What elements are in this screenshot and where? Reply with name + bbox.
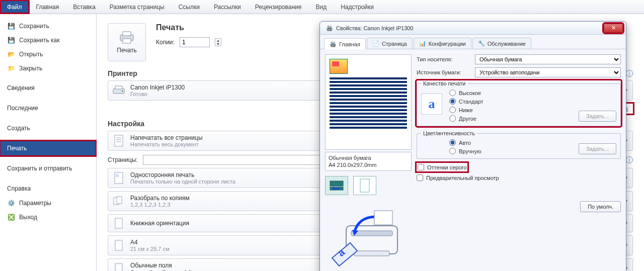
backstage-open[interactable]: 📂 Открыть: [0, 47, 96, 61]
ribbon-tab-review[interactable]: Рецензирование: [248, 0, 309, 14]
paper-info-box: Обычная бумага A4 210.0x297.0mm: [325, 152, 412, 171]
svg-rect-15: [115, 240, 122, 250]
thumb-page[interactable]: [353, 176, 376, 195]
printer-icon: [118, 31, 135, 45]
spinner-icon[interactable]: ▲▼: [215, 38, 221, 46]
setting-paper-t2: 21 см x 29,7 см: [130, 246, 170, 252]
dialog-tab-service[interactable]: 🔧Обслуживание: [472, 38, 531, 49]
info-icon[interactable]: i: [626, 156, 633, 163]
pages-icon: [112, 134, 125, 147]
defaults-button[interactable]: По умолч.: [580, 201, 621, 212]
ribbon-tab-mailings[interactable]: Рассылки: [207, 0, 248, 14]
backstage-open-label: Открыть: [19, 51, 43, 58]
dialog-title: 🖨️ Свойства: Canon Inkjet iP1300: [323, 25, 604, 31]
print-big-button[interactable]: Печать: [108, 23, 146, 61]
ribbon-tab-file[interactable]: Файл: [0, 0, 29, 14]
backstage-close-label: Закрыть: [19, 65, 42, 72]
save-icon: 💾: [7, 22, 15, 30]
svg-rect-11: [116, 174, 119, 177]
svg-rect-13: [117, 197, 122, 204]
exit-icon: ❎: [7, 213, 15, 221]
color-auto[interactable]: Авто: [449, 139, 481, 146]
printer-small-icon: [112, 84, 125, 97]
source-select[interactable]: Устройство автоподачи: [475, 67, 621, 77]
color-legend: Цвет/интенсивность: [421, 130, 477, 136]
setting-orientation-t1: Книжная ориентация: [130, 219, 189, 227]
close-icon: ✕: [611, 25, 616, 31]
dialog-preview-col: Обычная бумага A4 210.0x297.0mm a: [325, 54, 412, 270]
backstage-nav: 💾 Сохранить 💾 Сохранить как 📂 Открыть 📁 …: [0, 14, 97, 271]
quality-low[interactable]: Ниже: [449, 107, 484, 113]
save-as-icon: 💾: [7, 36, 15, 44]
dialog-tab-config[interactable]: 📊Конфигурации: [414, 38, 471, 49]
printer-illustration: a: [325, 200, 412, 270]
open-icon: 📂: [7, 50, 15, 58]
ribbon-tab-pagelayout[interactable]: Разметка страницы: [103, 0, 172, 14]
backstage-save-as[interactable]: 💾 Сохранить как: [0, 33, 96, 47]
pages-label: Страницы:: [108, 156, 138, 163]
backstage-close[interactable]: 📁 Закрыть: [0, 61, 96, 75]
backstage-options[interactable]: ⚙️ Параметры: [0, 196, 96, 210]
quality-other[interactable]: Другое: [449, 115, 484, 122]
info-icon[interactable]: i: [626, 70, 633, 77]
dialog-close-button[interactable]: ✕: [604, 24, 623, 33]
options-icon: ⚙️: [7, 199, 15, 207]
collate-icon: [112, 195, 125, 208]
quality-legend: Качество печати: [421, 80, 467, 86]
tab-page-icon: 📄: [372, 40, 379, 47]
backstage-help[interactable]: Справка: [0, 181, 96, 196]
setting-margins-t1: Обычные поля: [130, 262, 200, 269]
color-fieldset: Цвет/интенсивность Авто Вручную Задать..…: [417, 130, 621, 159]
page-thumb-icon: [359, 178, 370, 193]
dialog-tabs: 🖨️Главная 📄Страница 📊Конфигурации 🔧Обслу…: [320, 35, 626, 49]
ribbon-tab-addins[interactable]: Надстройки: [334, 0, 381, 14]
backstage-exit[interactable]: ❎ Выход: [0, 210, 96, 224]
margins-icon: [112, 262, 125, 271]
print-heading: Печать: [156, 23, 221, 32]
media-select[interactable]: Обычная бумага: [475, 54, 621, 64]
backstage-new[interactable]: Создать: [0, 121, 96, 136]
dialog-right-col: Тип носителя: Обычная бумага Источник бу…: [417, 54, 621, 270]
svg-rect-18: [330, 181, 343, 186]
copies-label: Копии:: [156, 39, 175, 46]
setting-sides-t2: Печатать только на одной стороне листа: [130, 178, 235, 185]
svg-point-5: [122, 91, 123, 92]
backstage-save-as-label: Сохранить как: [19, 37, 59, 44]
quality-set-button[interactable]: Задать...: [579, 111, 616, 122]
setting-sides-t1: Односторонняя печать: [130, 171, 235, 178]
source-label: Источник бумаги:: [417, 69, 471, 75]
setting-collate-t1: Разобрать по копиям: [130, 195, 190, 202]
quality-standard[interactable]: Стандарт: [449, 98, 484, 105]
setting-print-range-t1: Напечатать все страницы: [130, 134, 203, 141]
quality-high[interactable]: Высокое: [449, 89, 484, 96]
ribbon-tab-view[interactable]: Вид: [308, 0, 334, 14]
preview-page: [325, 54, 412, 150]
backstage-options-label: Параметры: [19, 200, 51, 207]
ribbon-tabs-bar: Файл Главная Вставка Разметка страницы С…: [0, 0, 644, 14]
dialog-titlebar[interactable]: 🖨️ Свойства: Canon Inkjet iP1300 ✕: [320, 22, 626, 35]
backstage-share[interactable]: Сохранить и отправить: [0, 161, 96, 176]
backstage-print[interactable]: Печать: [0, 141, 96, 156]
orientation-icon: [112, 217, 125, 230]
preview-checkbox[interactable]: Предварительный просмотр: [417, 174, 621, 181]
tab-config-icon: 📊: [419, 40, 426, 47]
svg-rect-20: [360, 179, 369, 192]
svg-rect-6: [115, 135, 123, 146]
copies-input[interactable]: [180, 37, 210, 47]
dialog-tab-page[interactable]: 📄Страница: [367, 38, 413, 49]
color-set-button[interactable]: Задать...: [579, 143, 616, 154]
ribbon-tab-home[interactable]: Главная: [29, 0, 66, 14]
media-label: Тип носителя:: [417, 56, 471, 62]
close-doc-icon: 📁: [7, 64, 15, 72]
tab-service-icon: 🔧: [478, 40, 485, 47]
ribbon-tab-references[interactable]: Ссылки: [172, 0, 207, 14]
ribbon-tab-insert[interactable]: Вставка: [66, 0, 103, 14]
thumb-feeder[interactable]: [325, 176, 348, 195]
backstage-save[interactable]: 💾 Сохранить: [0, 19, 96, 33]
grayscale-checkbox[interactable]: Оттенки серого: [418, 164, 466, 170]
color-manual[interactable]: Вручную: [449, 148, 481, 154]
backstage-recent[interactable]: Последние: [0, 101, 96, 116]
dialog-tab-main[interactable]: 🖨️Главная: [324, 38, 366, 49]
backstage-save-label: Сохранить: [19, 23, 49, 30]
backstage-info[interactable]: Сведения: [0, 80, 96, 96]
